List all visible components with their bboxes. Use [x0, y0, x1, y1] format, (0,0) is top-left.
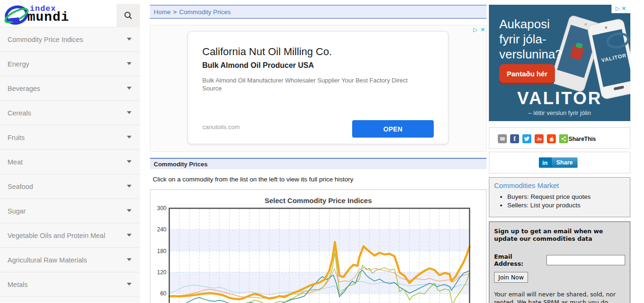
sidebar-item-partial — [0, 297, 140, 303]
linkedin-share-box: in Share — [489, 152, 630, 173]
y-axis-tick-label: 60 — [150, 290, 166, 297]
sidebar-item-label: Energy — [8, 60, 29, 68]
commodities-market-box: Commodities Market Buyers: Request price… — [489, 177, 630, 217]
buyers-link[interactable]: Buyers: Request price quotes — [507, 193, 625, 200]
chevron-down-icon — [127, 185, 132, 188]
chevron-down-icon — [127, 62, 132, 65]
linkedin-share-label: Share — [551, 157, 578, 168]
reddit-icon[interactable] — [547, 134, 556, 143]
email-icon[interactable]: ✉ — [498, 134, 507, 143]
chart-canvas — [150, 190, 487, 303]
sidebar-item-meat[interactable]: Meat — [0, 150, 140, 174]
stumbleupon-icon[interactable]: Ju — [535, 134, 544, 143]
email-signup-box: Sign up to get an email when we update o… — [489, 221, 630, 303]
sidebar-item-agricultural-raw-materials[interactable]: Agricultural Raw Materials — [0, 248, 140, 272]
sidebar-item-label: Agricultural Raw Materials — [8, 256, 87, 264]
email-address-label: Email Address: — [494, 253, 544, 267]
sidebar-item-label: Cereals — [8, 109, 31, 117]
breadcrumb: Home > Commodity Prices — [150, 5, 487, 19]
site-header: index mundi — [0, 0, 140, 27]
y-axis-tick-label: 120 — [150, 269, 166, 276]
chevron-down-icon — [127, 234, 132, 237]
instruction-text: Click on a commodity from the list on th… — [153, 176, 353, 183]
commodities-market-link[interactable]: Commodities Market — [494, 181, 625, 189]
y-axis-tick-label: 240 — [150, 226, 166, 233]
chevron-down-icon — [127, 258, 132, 261]
ad-close-icon[interactable]: ✕ — [480, 26, 485, 33]
linkedin-icon: in — [539, 157, 551, 168]
signup-heading: Sign up to get an email when we update o… — [494, 228, 625, 243]
chevron-down-icon — [127, 111, 132, 114]
sidebar: index mundi Commodity Price IndicesEnerg… — [0, 0, 140, 303]
sidebar-item-label: Commodity Price Indices — [8, 36, 83, 43]
join-now-button[interactable]: Join Now — [494, 272, 528, 283]
indexmundi-logo[interactable]: index mundi — [3, 3, 111, 26]
breadcrumb-home-link[interactable]: Home — [154, 8, 171, 16]
section-header: Commodity Prices — [150, 158, 487, 169]
valitor-ad[interactable]: VALITOR ▷ ✕ Aukaposi fyrir jóla- verslun… — [489, 5, 630, 121]
sidebar-item-commodity-price-indices[interactable]: Commodity Price Indices — [0, 27, 140, 52]
sidebar-item-label: Metals — [8, 281, 28, 288]
sidebar-item-sugar[interactable]: Sugar — [0, 199, 140, 223]
twitter-icon[interactable] — [522, 134, 531, 143]
sidebar-item-seafood[interactable]: Seafood — [0, 174, 140, 199]
sidebar-item-cereals[interactable]: Cereals — [0, 101, 140, 125]
sellers-link[interactable]: Sellers: List your products — [507, 202, 625, 209]
sharethis-icon[interactable] — [559, 134, 568, 143]
sidebar-item-label: Sugar — [8, 207, 26, 215]
facebook-icon[interactable]: f — [510, 134, 519, 143]
sidebar-item-label: Fruits — [8, 134, 25, 141]
sidebar-item-energy[interactable]: Energy — [0, 52, 140, 76]
breadcrumb-current-link[interactable]: Commodity Prices — [179, 8, 231, 16]
sidebar-menu: Commodity Price IndicesEnergyBeveragesCe… — [0, 27, 140, 297]
y-axis-tick-label: 180 — [150, 248, 166, 254]
chevron-down-icon — [127, 87, 132, 90]
adchoices-icon[interactable]: ▷ — [616, 5, 620, 12]
adchoices-chip[interactable]: ▷ ✕ — [611, 5, 630, 13]
search-icon — [124, 11, 133, 20]
ad-cta-button[interactable]: Pantaðu hér — [499, 64, 555, 83]
sharethis-label: ShareThis — [569, 136, 596, 142]
sidebar-item-beverages[interactable]: Beverages — [0, 76, 140, 101]
ad-tagline: – léttir verslun fyrir jólin — [489, 109, 630, 116]
chevron-down-icon — [127, 160, 132, 163]
search-button[interactable] — [116, 4, 140, 27]
signup-note: Your email will never be shared, sold, n… — [494, 290, 625, 303]
chevron-down-icon — [127, 209, 132, 212]
ad-subtitle: Bulk Almond Oil Producer USA — [202, 61, 314, 70]
right-column: VALITOR ▷ ✕ Aukaposi fyrir jóla- verslun… — [489, 0, 630, 303]
ad-title: California Nut Oil Milling Co. — [202, 46, 332, 58]
section-title: Commodity Prices — [154, 161, 207, 168]
chevron-down-icon — [127, 283, 132, 286]
linkedin-share-button[interactable]: in Share — [539, 157, 578, 168]
breadcrumb-separator: > — [173, 8, 177, 16]
sidebar-item-fruits[interactable]: Fruits — [0, 125, 140, 150]
logo-text-mundi: mundi — [27, 10, 69, 25]
ad-open-button[interactable]: OPEN — [352, 120, 434, 138]
sidebar-item-label: Beverages — [8, 85, 40, 92]
ad-headline-line1: Aukaposi — [499, 17, 550, 32]
y-axis-tick-label: 300 — [150, 205, 166, 212]
email-input[interactable] — [546, 255, 625, 265]
ad-headline-line2: fyrir jóla- — [499, 32, 546, 47]
ad-body-text: Bulk Almond Oil Manufacturer Wholesaler … — [202, 76, 424, 92]
chevron-down-icon — [127, 136, 132, 139]
sidebar-item-label: Vegetable Oils and Protein Meal — [8, 232, 105, 239]
share-toolbar: ✉fJu ShareThis — [489, 127, 630, 149]
ad-headline-line3: verslunina? — [499, 47, 562, 62]
ad-close-icon[interactable]: ✕ — [621, 5, 626, 12]
main-content: Home > Commodity Prices ▷ ✕ California N… — [150, 0, 487, 303]
top-ad-container: ▷ ✕ California Nut Oil Milling Co. Bulk … — [150, 25, 487, 152]
indexmundi-page: index mundi Commodity Price IndicesEnerg… — [0, 0, 644, 303]
ad-domain: canutoils.com — [202, 123, 239, 131]
adchoices-icon[interactable]: ▷ — [473, 26, 478, 33]
sidebar-item-vegetable-oils-and-protein-meal[interactable]: Vegetable Oils and Protein Meal — [0, 223, 140, 248]
ad-card[interactable]: California Nut Oil Milling Co. Bulk Almo… — [188, 31, 448, 144]
chevron-down-icon — [127, 38, 132, 41]
commodity-chart: Select Commodity Price Indices 601201802… — [150, 189, 487, 303]
sidebar-item-label: Meat — [8, 158, 23, 166]
sidebar-item-label: Seafood — [8, 183, 33, 190]
globe-icon — [4, 4, 30, 26]
sidebar-item-metals[interactable]: Metals — [0, 272, 140, 297]
ad-brand-text: VALITOR — [489, 89, 630, 108]
